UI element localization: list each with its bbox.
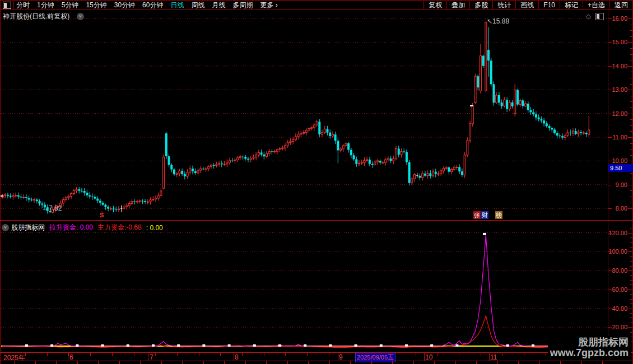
- bottom-strip-tick: [581, 361, 582, 364]
- date-minor-tick: [437, 353, 437, 356]
- bottom-strip-tick: [224, 361, 225, 364]
- candle-down: [36, 199, 38, 201]
- bottom-strip-tick: [476, 361, 477, 364]
- tool-item-多股[interactable]: 多股: [470, 1, 492, 10]
- candle-down: [78, 189, 80, 191]
- candle-down: [353, 155, 355, 159]
- month-tick: [424, 353, 425, 361]
- menu-item-7[interactable]: 周线: [189, 1, 207, 10]
- candle-up: [229, 161, 230, 162]
- tool-item-+自选[interactable]: +自选: [583, 1, 609, 10]
- candle-up: [258, 152, 259, 155]
- indicator-axis-tick: [608, 327, 612, 328]
- candle-up: [285, 146, 286, 148]
- candle-up: [525, 104, 527, 106]
- indicator-axis-minor-tick: [628, 251, 632, 252]
- layout-grid-icon[interactable]: [3, 2, 11, 9]
- bottom-strip-tick: [350, 361, 351, 364]
- tool-item-统计[interactable]: 统计: [493, 1, 515, 10]
- candle-up: [303, 133, 305, 134]
- tool-item-返回[interactable]: 返回: [610, 1, 632, 10]
- candle-up: [440, 171, 442, 174]
- candle-up: [377, 161, 379, 162]
- price-axis-label: 14.00: [612, 63, 627, 69]
- candle-up: [295, 137, 296, 140]
- candle-up: [123, 207, 125, 208]
- candle-down: [543, 120, 545, 123]
- candle-down: [458, 167, 460, 171]
- candle-up: [340, 149, 342, 150]
- date-minor-tick: [307, 353, 308, 356]
- candle-up: [387, 158, 389, 160]
- candle-up: [268, 151, 270, 153]
- candle-up: [414, 175, 416, 179]
- menu-item-8[interactable]: 月线: [210, 1, 227, 10]
- bottom-strip-tick: [56, 361, 57, 364]
- candle-down: [213, 165, 215, 166]
- candle-up: [359, 163, 360, 164]
- candle-down: [506, 100, 508, 109]
- candlestick-plot[interactable]: [1, 10, 608, 220]
- menu-item-10[interactable]: 更多 ›: [258, 1, 280, 10]
- candle-up: [292, 139, 294, 141]
- candle-up: [432, 172, 434, 176]
- indicator-axis-minor-tick: [630, 280, 632, 281]
- zero-line-mark: [76, 344, 78, 347]
- period-menubar: 分时1分钟5分钟15分钟30分钟60分钟日线周线月线多周期更多 › 复权叠加多股…: [1, 1, 632, 10]
- tool-item-复权[interactable]: 复权: [424, 1, 446, 10]
- candle-down: [371, 164, 374, 165]
- candle-up: [253, 157, 254, 158]
- candle-up: [131, 202, 133, 204]
- candle-up: [136, 202, 138, 202]
- candle-up: [276, 150, 278, 151]
- candle-up: [218, 164, 220, 164]
- menu-item-5[interactable]: 60分钟: [140, 1, 165, 10]
- candle-up: [316, 122, 318, 125]
- tool-item-画线[interactable]: 画线: [516, 1, 538, 10]
- candle-up: [239, 157, 241, 158]
- date-minor-tick: [112, 353, 113, 356]
- price-axis-minor-tick: [630, 78, 632, 78]
- bottom-strip-tick: [602, 361, 603, 364]
- tool-item-标记[interactable]: 标记: [560, 1, 583, 10]
- menu-item-0[interactable]: 分时: [14, 1, 32, 10]
- menu-item-2[interactable]: 5分钟: [59, 1, 81, 10]
- candle-down: [492, 84, 495, 102]
- candle-down: [424, 174, 426, 176]
- candle-down: [318, 122, 320, 134]
- last-price-tag: 9.50: [608, 164, 633, 172]
- bottom-strip-tick: [161, 361, 162, 364]
- zero-line-mark: [304, 344, 306, 347]
- bottom-strip-tick: [77, 361, 78, 364]
- indicator-axis-minor-tick: [630, 323, 632, 323]
- menu-item-4[interactable]: 30分钟: [112, 1, 137, 10]
- indicator-plot[interactable]: [1, 224, 608, 352]
- tool-item-叠加[interactable]: 叠加: [447, 1, 469, 10]
- pane-divider[interactable]: [0, 220, 633, 221]
- candle-up: [305, 130, 307, 132]
- candle-up: [287, 143, 288, 146]
- tool-item-F10[interactable]: F10: [539, 1, 560, 10]
- candle-down: [398, 148, 400, 155]
- menu-item-1[interactable]: 1分钟: [35, 1, 57, 10]
- candle-down: [144, 201, 146, 202]
- price-axis-label: 13.00: [612, 86, 627, 93]
- indicator-axis-tick: [608, 290, 612, 290]
- menu-item-9[interactable]: 多周期: [230, 1, 255, 10]
- price-axis-tick: [608, 90, 612, 90]
- candle-down: [202, 169, 204, 169]
- candle-down: [551, 128, 553, 130]
- candle-up: [205, 169, 207, 169]
- candle-up: [322, 133, 323, 134]
- menu-item-3[interactable]: 15分钟: [83, 1, 109, 10]
- price-axis-minor-tick: [630, 25, 632, 25]
- price-axis-minor-tick: [630, 48, 632, 49]
- bottom-strip-tick: [203, 361, 204, 364]
- candle-up: [208, 166, 210, 169]
- indicator-axis-minor-tick: [630, 228, 632, 228]
- menu-item-6[interactable]: 日线: [168, 1, 186, 10]
- bottom-strip-tick: [392, 361, 393, 364]
- price-axis-tick: [608, 42, 612, 43]
- candle-down: [490, 60, 492, 84]
- candle-down: [501, 102, 503, 106]
